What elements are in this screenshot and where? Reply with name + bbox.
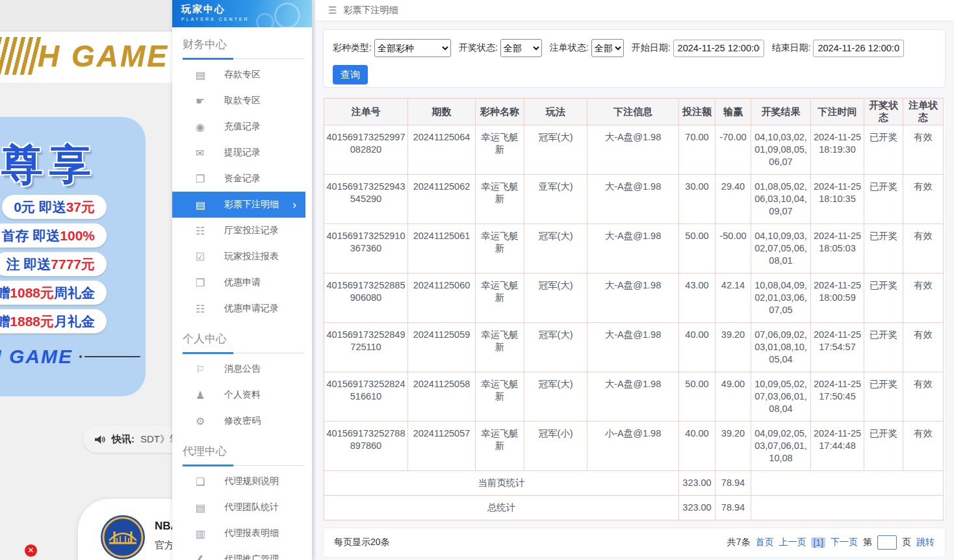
- sidebar-item-label: 代理团队统计: [224, 502, 279, 513]
- main-topbar: ☰ 彩票下注明细: [315, 0, 954, 21]
- next-page-link[interactable]: 下一页: [831, 537, 858, 548]
- first-page-link[interactable]: 首页: [755, 537, 773, 548]
- sidebar-item-agent-rules[interactable]: ❏代理规则说明: [172, 468, 312, 494]
- sidebar-item-messages[interactable]: ⚐消息公告: [172, 356, 312, 382]
- summary-empty: [751, 496, 944, 520]
- sidebar-item-player-bet-report[interactable]: ☑玩家投注报表: [172, 244, 312, 270]
- sidebar-item-hall-bet-records[interactable]: ☷厅室投注记录: [172, 218, 312, 244]
- cell-winloss: 29.40: [716, 175, 751, 224]
- promo-footer-dot: [79, 355, 82, 358]
- cell-bet-no: 401569173252824516610: [324, 372, 408, 422]
- sidebar-item-deposit-zone[interactable]: ▤存款专区: [172, 62, 312, 88]
- hamburger-icon[interactable]: ☰: [328, 5, 337, 16]
- cell-time: 2024-11-25 17:44:48: [811, 422, 864, 471]
- sidebar-item-lottery-bet-details[interactable]: ▤彩票下注明细›: [172, 192, 305, 218]
- promo-pill-text: 1088元: [10, 285, 54, 300]
- cell-winloss: 49.00: [716, 372, 751, 422]
- sidebar-item-label: 代理规则说明: [224, 476, 279, 487]
- cell-bet-no: 401569173252788897860: [324, 422, 408, 471]
- cell-bet-status: 有效: [903, 422, 944, 471]
- cell-amount: 43.00: [679, 274, 716, 323]
- lottery-type-select[interactable]: 全部彩种: [374, 39, 451, 57]
- sidebar-item-recharge-records[interactable]: ◉充值记录: [172, 114, 312, 140]
- draw-status-select[interactable]: 全部: [500, 39, 542, 57]
- promo-pill[interactable]: 注 即送7777元: [0, 252, 107, 276]
- sidebar-item-label: 资金记录: [224, 173, 261, 185]
- sidebar-item-withdraw-zone[interactable]: ☛取款专区: [172, 88, 312, 114]
- table-header-cell: 下注信息: [587, 99, 679, 125]
- list-detail-icon: ▤: [196, 199, 224, 211]
- promo-pill-text: 7777元: [51, 257, 95, 272]
- cash-icon: ✉: [196, 147, 224, 159]
- promo-pill[interactable]: 0元 即送37元: [2, 195, 107, 219]
- sidebar-item-profile[interactable]: ♟个人资料: [172, 382, 312, 408]
- cell-draw-status: 已开奖: [864, 224, 903, 274]
- sidebar-item-label: 消息公告: [224, 363, 261, 375]
- cell-bet-status: 有效: [903, 372, 944, 422]
- sidebar-item-label: 存款专区: [224, 69, 261, 81]
- cell-draw-status: 已开奖: [864, 323, 903, 372]
- sidebar-item-withdrawal-records[interactable]: ✉提现记录: [172, 140, 312, 166]
- sidebar-item-label: 提现记录: [224, 147, 261, 159]
- close-icon[interactable]: ✕: [25, 544, 37, 557]
- table-header-cell: 开奖状态: [864, 99, 903, 125]
- cell-bet-status: 有效: [903, 125, 944, 175]
- speaker-icon: [95, 435, 106, 444]
- summary-winloss: 78.94: [716, 471, 751, 496]
- page-jump-prefix: 第: [863, 537, 872, 548]
- sidebar-item-agent-team-stats[interactable]: ▤代理团队统计: [172, 494, 312, 520]
- checklist-icon: ☷: [196, 303, 224, 315]
- sidebar-section-divider: [183, 57, 304, 59]
- page-number-input[interactable]: [877, 535, 897, 550]
- promo-pill-text: 月礼金: [54, 314, 95, 329]
- sidebar-item-label: 彩票下注明细: [224, 199, 279, 210]
- promo-banner-card[interactable]: 尊享 0元 即送37元首存 即送100%注 即送7777元加赠1088元周礼金加…: [0, 117, 146, 396]
- table-header-cell: 玩法: [524, 99, 587, 125]
- sidebar-item-label: 修改密码: [224, 415, 261, 427]
- promo-pill[interactable]: 首存 即送100%: [0, 223, 107, 248]
- promo-pill[interactable]: 加赠1088元周礼金: [0, 281, 107, 305]
- start-date-label: 开始日期:: [632, 42, 671, 54]
- sidebar-item-label: 个人资料: [224, 389, 261, 401]
- sidebar-item-promo-application[interactable]: ❒优惠申请: [172, 270, 312, 296]
- sidebar-item-change-password[interactable]: ⚙修改密码: [172, 408, 312, 434]
- cell-play: 冠军(大): [524, 274, 587, 323]
- table-body: 40156917325299708282020241125064幸运飞艇新冠军(…: [324, 125, 944, 520]
- cell-info: 大-A盘@1.98: [587, 175, 679, 224]
- coupon-icon: ❒: [196, 277, 224, 289]
- promo-footer: H GAME: [0, 346, 140, 368]
- cell-lottery: 幸运飞艇新: [476, 125, 524, 175]
- sidebar-item-funds-records[interactable]: ❐资金记录: [172, 166, 312, 192]
- cell-info: 大-A盘@1.98: [587, 323, 679, 372]
- draw-status-label: 开奖状态:: [459, 42, 498, 54]
- sidebar-item-agent-promotion[interactable]: ❮代理推广管理: [172, 546, 312, 560]
- sidebar-section-divider: [183, 464, 304, 466]
- table-row: 40156917325282451661020241125058幸运飞艇新冠军(…: [324, 372, 944, 422]
- deposit-card-icon: ▤: [196, 69, 224, 81]
- sidebar-section-divider: [183, 351, 304, 353]
- cell-amount: 50.00: [679, 372, 716, 422]
- bet-status-select[interactable]: 全部: [591, 39, 624, 57]
- table-row: 40156917325299708282020241125064幸运飞艇新冠军(…: [324, 125, 944, 175]
- promo-pill[interactable]: 加赠1888元月礼金: [0, 309, 107, 333]
- end-date-input[interactable]: [813, 40, 904, 57]
- cell-result: 04,09,02,05,03,07,06,01,10,08: [751, 422, 811, 471]
- cell-play: 冠军(大): [524, 323, 587, 372]
- prev-page-link[interactable]: 上一页: [779, 537, 806, 548]
- sidebar-item-promo-application-records[interactable]: ☷优惠申请记录: [172, 296, 312, 322]
- cell-amount: 30.00: [679, 175, 716, 224]
- cell-period: 20241125058: [408, 372, 476, 422]
- sidebar-section-label: 代理中心: [183, 444, 302, 459]
- bets-table: 注单号期数彩种名称玩法下注信息投注额输赢开奖结果下注时间开奖状态注单状态 401…: [324, 98, 944, 520]
- start-date-input[interactable]: [673, 40, 764, 57]
- sidebar-item-label: 厅室投注记录: [224, 225, 279, 236]
- cell-result: 10,08,04,09,02,01,03,06,07,05: [751, 274, 811, 323]
- sidebar-item-agent-report-details[interactable]: ▥代理报表明细: [172, 520, 312, 546]
- cell-winloss: 42.14: [716, 274, 751, 323]
- cell-winloss: -50.00: [716, 224, 751, 274]
- query-button[interactable]: 查询: [333, 65, 368, 84]
- cell-time: 2024-11-25 18:10:35: [811, 175, 864, 224]
- jump-link[interactable]: 跳转: [916, 537, 935, 548]
- cell-lottery: 幸运飞艇新: [476, 422, 524, 471]
- end-date-label: 结束日期:: [772, 42, 811, 54]
